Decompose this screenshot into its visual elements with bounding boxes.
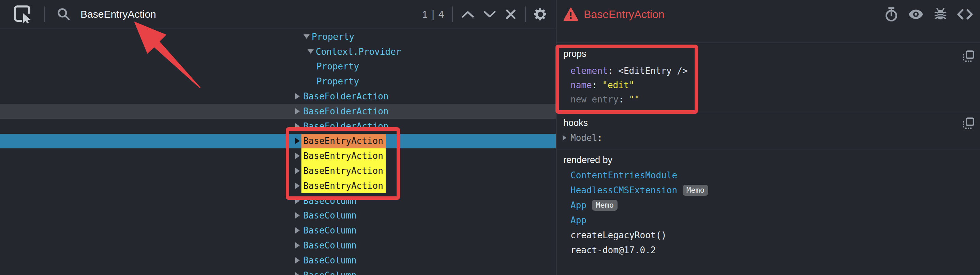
memo-badge: Memo bbox=[592, 200, 617, 211]
caret-right-icon[interactable] bbox=[295, 212, 300, 218]
search-icon bbox=[57, 7, 71, 21]
memo-badge: Memo bbox=[682, 185, 708, 196]
tree-item-context-provider[interactable]: Context.Provider bbox=[0, 44, 556, 59]
owner-link[interactable]: HeadlessCMSExtension bbox=[571, 185, 677, 195]
hook-key: Model bbox=[571, 133, 597, 143]
tree-item-basecolumn[interactable]: BaseColumn bbox=[0, 253, 556, 268]
settings-gear-icon[interactable] bbox=[533, 7, 547, 21]
prop-colon: : bbox=[619, 94, 624, 104]
hook-colon: : bbox=[597, 133, 603, 143]
selected-component-title: BaseEntryAction bbox=[584, 8, 665, 21]
toolbar-divider bbox=[45, 6, 45, 22]
rendered-by-item-app: AppMemo bbox=[571, 198, 953, 213]
prop-colon: : bbox=[608, 66, 613, 76]
caret-right-icon[interactable] bbox=[295, 168, 300, 174]
rendered-by-section: rendered by ContentEntriesModuleHeadless… bbox=[557, 149, 980, 275]
hook-row-model[interactable]: Model: bbox=[563, 131, 953, 145]
profiler-stopwatch-icon[interactable] bbox=[885, 7, 898, 22]
prop-value[interactable]: "" bbox=[629, 94, 640, 104]
component-tree: PropertyContext.ProviderPropertyProperty… bbox=[0, 29, 556, 275]
tree-item-label: BaseColumn bbox=[301, 208, 359, 223]
tree-item-label: Property bbox=[315, 74, 361, 89]
rendered-by-item-app: App bbox=[571, 213, 953, 228]
tree-item-basefolderaction[interactable]: BaseFolderAction bbox=[0, 89, 556, 104]
warning-triangle-icon bbox=[563, 8, 578, 21]
caret-right-icon[interactable] bbox=[295, 153, 300, 159]
view-source-code-icon[interactable] bbox=[957, 9, 973, 20]
tree-item-label: BaseEntryAction bbox=[301, 149, 386, 163]
component-details-panel: BaseEntryAction bbox=[557, 0, 980, 275]
hooks-section: hooks Model: bbox=[557, 112, 980, 149]
caret-right-icon[interactable] bbox=[295, 138, 300, 144]
copy-icon[interactable] bbox=[962, 50, 975, 64]
prop-key: name bbox=[571, 80, 592, 90]
tree-item-basecolumn[interactable]: BaseColumn bbox=[0, 208, 556, 223]
next-result-chevron-down-icon[interactable] bbox=[484, 10, 496, 18]
owner-label: createLegacyRoot() bbox=[571, 230, 667, 240]
tree-item-property[interactable]: Property bbox=[0, 59, 556, 74]
caret-right-icon[interactable] bbox=[295, 198, 300, 204]
toolbar-divider bbox=[452, 6, 453, 22]
caret-down-icon[interactable] bbox=[307, 49, 314, 54]
tree-item-basefolderaction[interactable]: BaseFolderAction bbox=[0, 119, 556, 134]
tree-item-baseentryaction[interactable]: BaseEntryAction bbox=[0, 134, 556, 149]
copy-icon[interactable] bbox=[962, 117, 975, 131]
prop-colon: : bbox=[592, 80, 597, 90]
tree-item-baseentryaction[interactable]: BaseEntryAction bbox=[0, 149, 556, 163]
tree-item-baseentryaction[interactable]: BaseEntryAction bbox=[0, 179, 556, 193]
caret-right-icon[interactable] bbox=[295, 123, 300, 129]
inspect-element-icon[interactable] bbox=[14, 5, 33, 24]
tree-item-baseentryaction[interactable]: BaseEntryAction bbox=[0, 163, 556, 179]
caret-right-icon[interactable] bbox=[295, 242, 300, 248]
caret-right-icon[interactable] bbox=[295, 272, 300, 275]
owner-link[interactable]: App bbox=[571, 215, 587, 225]
caret-right-icon[interactable] bbox=[563, 135, 566, 141]
tree-item-label: BaseEntryAction bbox=[301, 163, 386, 179]
prop-row-element[interactable]: element:<EditEntry /> bbox=[571, 64, 953, 78]
tree-item-label: BaseColumn bbox=[301, 238, 359, 253]
owner-link[interactable]: ContentEntriesModule bbox=[571, 170, 677, 180]
caret-right-icon[interactable] bbox=[295, 228, 300, 234]
caret-right-icon[interactable] bbox=[295, 93, 300, 100]
caret-right-icon[interactable] bbox=[295, 183, 300, 189]
caret-right-icon[interactable] bbox=[295, 108, 300, 114]
tree-item-label: BaseEntryAction bbox=[301, 134, 386, 149]
rendered-by-item-contententriesmodule: ContentEntriesModule bbox=[571, 168, 953, 183]
tree-item-label: BaseFolderAction bbox=[301, 104, 391, 119]
tree-item-property[interactable]: Property bbox=[0, 74, 556, 89]
tree-item-property[interactable]: Property bbox=[0, 29, 556, 44]
prop-row-name[interactable]: name:"edit" bbox=[571, 78, 953, 92]
prop-key: element bbox=[571, 66, 608, 76]
owner-label: react-dom@17.0.2 bbox=[571, 245, 656, 255]
rendered-by-item-react-dom-17-0-2: react-dom@17.0.2 bbox=[571, 243, 953, 258]
props-section: props element:<EditEntry />name:"edit"ne… bbox=[557, 43, 980, 112]
tree-item-basecolumn[interactable]: BaseColumn bbox=[0, 238, 556, 253]
tree-item-label: BaseColumn bbox=[301, 223, 359, 238]
hooks-section-label: hooks bbox=[563, 118, 588, 128]
owner-link[interactable]: App bbox=[571, 200, 587, 210]
debug-bug-icon[interactable] bbox=[934, 7, 947, 22]
clear-search-x-icon[interactable] bbox=[505, 9, 516, 20]
tree-item-label: Property bbox=[315, 59, 361, 74]
tree-item-label: BaseColumn bbox=[301, 193, 359, 208]
prop-row-new-entry[interactable]: new entry:"" bbox=[571, 92, 953, 106]
tree-item-basefolderaction[interactable]: BaseFolderAction bbox=[0, 104, 556, 119]
prop-value[interactable]: <EditEntry /> bbox=[618, 66, 688, 76]
tree-item-label: BaseEntryAction bbox=[301, 179, 386, 193]
tree-item-basecolumn[interactable]: BaseColumn bbox=[0, 223, 556, 238]
caret-down-icon[interactable] bbox=[304, 34, 310, 39]
tree-item-basecolumn[interactable]: BaseColumn bbox=[0, 193, 556, 208]
components-tree-panel: 1 | 4 bbox=[0, 0, 557, 275]
rendered-by-section-label: rendered by bbox=[563, 155, 612, 165]
prop-value[interactable]: "edit" bbox=[602, 80, 634, 90]
react-devtools-components-window: 1 | 4 bbox=[0, 0, 980, 275]
inspect-dom-eye-icon[interactable] bbox=[908, 9, 924, 20]
search-input[interactable] bbox=[80, 8, 272, 21]
tree-item-label: Context.Provider bbox=[314, 44, 403, 59]
details-header: BaseEntryAction bbox=[557, 0, 980, 43]
caret-right-icon[interactable] bbox=[295, 257, 300, 264]
tree-item-basecolumn[interactable]: BaseColumn bbox=[0, 268, 556, 275]
prop-key: new entry bbox=[571, 94, 619, 104]
tree-item-label: BaseColumn bbox=[301, 253, 359, 268]
prev-result-chevron-up-icon[interactable] bbox=[462, 10, 474, 18]
